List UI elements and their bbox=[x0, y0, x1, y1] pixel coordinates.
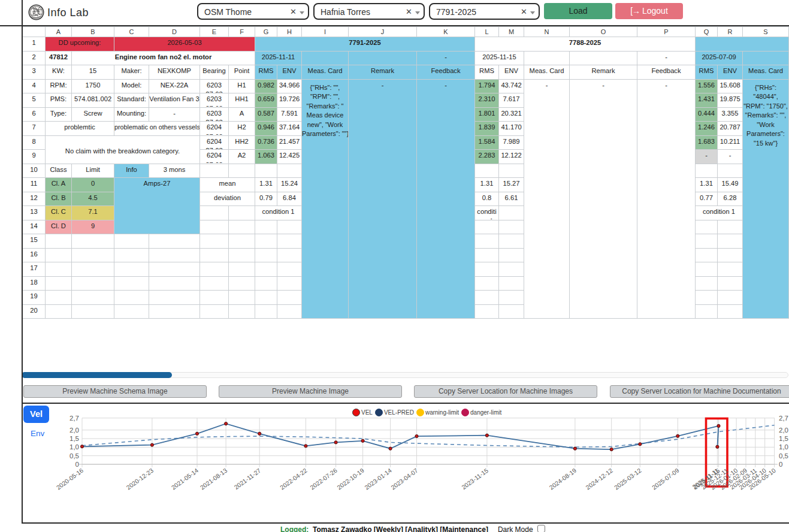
svg-text:2021-11-27: 2021-11-27 bbox=[233, 467, 262, 491]
svg-text:2,7: 2,7 bbox=[69, 415, 79, 422]
svg-text:2,7: 2,7 bbox=[779, 415, 788, 422]
svg-text:2024-08-19: 2024-08-19 bbox=[548, 467, 578, 491]
svg-text:1,0: 1,0 bbox=[69, 443, 79, 451]
svg-text:2023-04-07: 2023-04-07 bbox=[390, 467, 419, 491]
svg-text:2020-05-16: 2020-05-16 bbox=[55, 467, 84, 491]
svg-text:2022-07-26: 2022-07-26 bbox=[309, 467, 338, 491]
svg-text:2025-07-09: 2025-07-09 bbox=[651, 467, 680, 491]
svg-text:2023-11-15: 2023-11-15 bbox=[461, 467, 490, 491]
svg-text:2023-01-14: 2023-01-14 bbox=[364, 467, 393, 491]
svg-text:0,5: 0,5 bbox=[779, 452, 788, 460]
svg-text:1,5: 1,5 bbox=[69, 435, 79, 442]
svg-text:2021-08-13: 2021-08-13 bbox=[199, 467, 228, 491]
svg-text:0,5: 0,5 bbox=[69, 452, 79, 460]
svg-text:1,5: 1,5 bbox=[779, 435, 788, 442]
svg-text:2022-04-22: 2022-04-22 bbox=[279, 467, 308, 491]
svg-text:0: 0 bbox=[779, 461, 782, 468]
svg-text:2,0: 2,0 bbox=[779, 427, 788, 434]
svg-text:2020-12-23: 2020-12-23 bbox=[125, 467, 155, 491]
svg-text:2021-05-14: 2021-05-14 bbox=[170, 467, 199, 491]
svg-text:2022-10-19: 2022-10-19 bbox=[336, 467, 365, 491]
svg-text:2,0: 2,0 bbox=[69, 427, 79, 434]
svg-text:2024-12-12: 2024-12-12 bbox=[585, 467, 614, 491]
svg-text:1,0: 1,0 bbox=[779, 443, 788, 451]
svg-text:2025-03-12: 2025-03-12 bbox=[613, 467, 642, 491]
svg-text:0: 0 bbox=[75, 461, 79, 468]
